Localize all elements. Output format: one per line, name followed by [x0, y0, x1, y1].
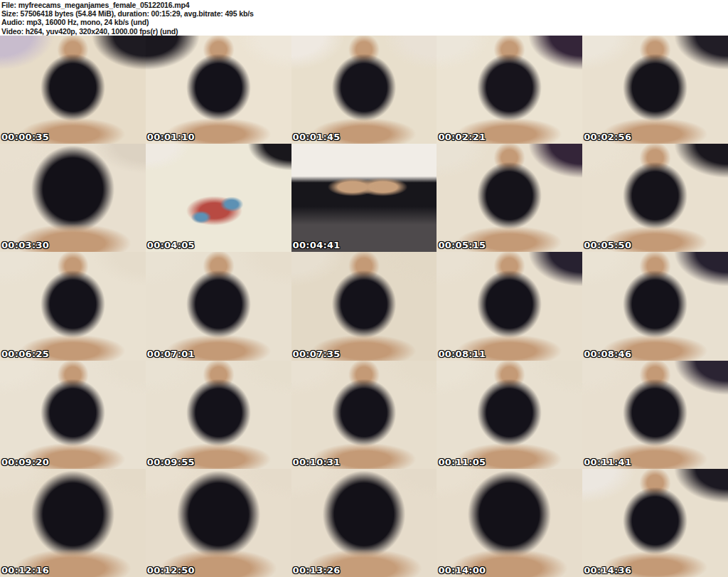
media-info-value: myfreecams_meganjames_female_05122016.mp…: [18, 1, 190, 9]
timestamp-overlay: 00:03:30: [1, 240, 49, 250]
video-thumbnail: 00:00:35: [0, 36, 146, 144]
video-thumbnail: 00:09:55: [146, 361, 291, 469]
timestamp-overlay: 00:11:41: [584, 457, 631, 467]
media-info-label: File:: [1, 1, 16, 9]
timestamp-overlay: 00:08:46: [584, 349, 631, 359]
media-info-label: Size:: [1, 9, 18, 18]
media-info-value: mp3, 16000 Hz, mono, 24 kb/s (und): [26, 18, 149, 26]
media-info-line: File: myfreecams_meganjames_female_05122…: [1, 1, 727, 9]
timestamp-overlay: 00:01:10: [147, 132, 195, 142]
media-info-line: Audio: mp3, 16000 Hz, mono, 24 kb/s (und…: [1, 18, 727, 26]
timestamp-overlay: 00:00:35: [1, 132, 49, 142]
timestamp-overlay: 00:02:56: [584, 132, 631, 142]
video-thumbnail: 00:04:05: [146, 144, 291, 252]
video-contact-sheet: File: myfreecams_meganjames_female_05122…: [0, 0, 728, 577]
media-info-value: h264, yuv420p, 320x240, 1000.00 fps(r) (…: [26, 27, 178, 36]
timestamp-overlay: 00:12:50: [147, 566, 195, 575]
video-thumbnail: 00:11:41: [582, 361, 728, 469]
thumbnail-grid: 00:00:35 00:01:10 00:01:45 00:02:21 00:0…: [0, 36, 728, 577]
video-thumbnail: 00:01:45: [291, 36, 437, 144]
video-thumbnail: 00:06:25: [0, 252, 146, 360]
timestamp-overlay: 00:07:35: [293, 349, 341, 359]
timestamp-overlay: 00:04:05: [147, 240, 195, 250]
video-thumbnail: 00:02:56: [582, 36, 728, 144]
timestamp-overlay: 00:02:21: [438, 132, 486, 142]
video-thumbnail: 00:09:20: [0, 361, 146, 469]
timestamp-overlay: 00:05:50: [584, 240, 631, 250]
timestamp-overlay: 00:10:31: [293, 457, 341, 467]
video-thumbnail: 00:14:36: [582, 469, 728, 577]
video-thumbnail: 00:01:10: [146, 36, 291, 144]
video-thumbnail: 00:12:50: [146, 469, 291, 577]
timestamp-overlay: 00:05:15: [438, 240, 486, 250]
timestamp-overlay: 00:08:11: [438, 349, 486, 359]
media-info-label: Video:: [1, 27, 23, 36]
video-thumbnail: 00:14:00: [437, 469, 582, 577]
timestamp-overlay: 00:01:45: [293, 132, 341, 142]
video-thumbnail: 00:11:05: [437, 361, 582, 469]
timestamp-overlay: 00:12:16: [1, 566, 49, 575]
video-thumbnail: 00:07:01: [146, 252, 291, 360]
video-thumbnail: 00:08:46: [582, 252, 728, 360]
media-info-value: 57506418 bytes (54.84 MiB), duration: 00…: [21, 9, 254, 18]
video-thumbnail: 00:12:16: [0, 469, 146, 577]
video-thumbnail: 00:02:21: [437, 36, 582, 144]
timestamp-overlay: 00:11:05: [438, 457, 486, 467]
timestamp-overlay: 00:09:20: [1, 457, 49, 467]
timestamp-overlay: 00:09:55: [147, 457, 195, 467]
timestamp-overlay: 00:14:36: [584, 566, 631, 575]
media-info-header: File: myfreecams_meganjames_female_05122…: [0, 0, 728, 36]
timestamp-overlay: 00:13:26: [293, 566, 341, 575]
timestamp-overlay: 00:07:01: [147, 349, 195, 359]
media-info-label: Audio:: [1, 18, 24, 26]
video-thumbnail: 00:05:50: [582, 144, 728, 252]
video-thumbnail: 00:05:15: [437, 144, 582, 252]
media-info-line: Size: 57506418 bytes (54.84 MiB), durati…: [1, 9, 727, 18]
video-thumbnail: 00:13:26: [291, 469, 437, 577]
video-thumbnail: 00:07:35: [291, 252, 437, 360]
video-thumbnail: 00:08:11: [437, 252, 582, 360]
video-thumbnail: 00:04:41: [291, 144, 437, 252]
timestamp-overlay: 00:04:41: [293, 240, 341, 250]
timestamp-overlay: 00:06:25: [1, 349, 49, 359]
video-thumbnail: 00:10:31: [291, 361, 437, 469]
timestamp-overlay: 00:14:00: [438, 566, 486, 575]
video-thumbnail: 00:03:30: [0, 144, 146, 252]
media-info-line: Video: h264, yuv420p, 320x240, 1000.00 f…: [1, 27, 727, 36]
